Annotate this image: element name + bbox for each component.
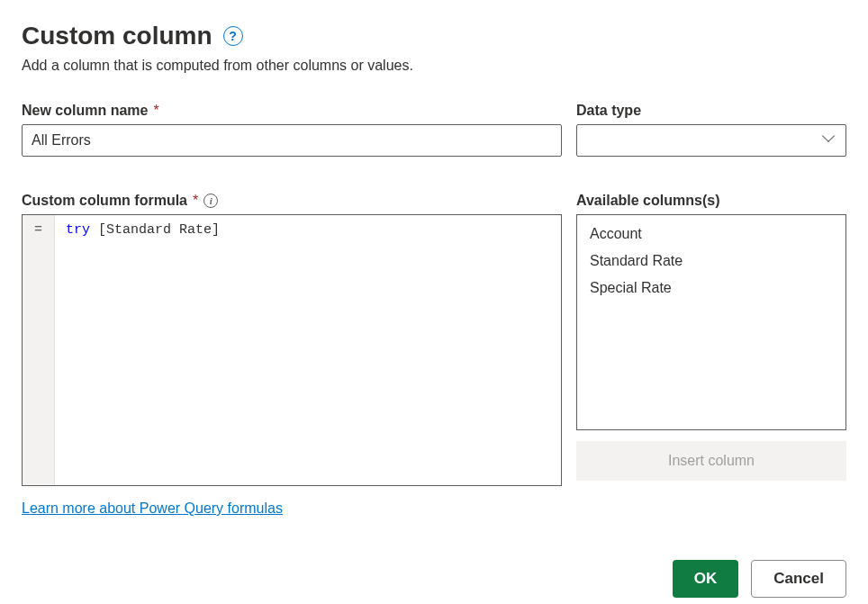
chevron-down-icon [824,134,836,147]
available-columns-section: Available columns(s) Account Standard Ra… [576,193,846,517]
formula-code-area[interactable]: try [Standard Rate] [55,215,561,485]
formula-keyword: try [66,222,90,238]
formula-gutter: = [23,215,55,485]
list-item[interactable]: Account [577,221,845,248]
info-icon[interactable]: i [203,194,218,208]
required-asterisk: * [153,103,158,119]
list-item[interactable]: Standard Rate [577,248,845,275]
cancel-button[interactable]: Cancel [751,560,846,598]
data-type-field: Data type [576,103,846,157]
dialog-title: Custom column [22,22,212,50]
learn-more-link[interactable]: Learn more about Power Query formulas [22,500,283,516]
formula-column-ref: [Standard Rate] [98,222,220,238]
new-column-name-field: New column name * [22,103,562,157]
new-column-name-label: New column name * [22,103,562,119]
data-type-dropdown[interactable] [576,124,846,157]
list-item[interactable]: Special Rate [577,275,845,302]
formula-section: Custom column formula * i = try [Standar… [22,193,562,517]
data-type-label: Data type [576,103,846,119]
new-column-name-input[interactable] [22,124,562,157]
insert-column-button[interactable]: Insert column [576,441,846,481]
help-icon[interactable]: ? [223,26,243,46]
available-columns-label: Available columns(s) [576,193,846,209]
ok-button[interactable]: OK [673,560,739,598]
formula-label: Custom column formula * i [22,193,562,209]
available-columns-list[interactable]: Account Standard Rate Special Rate [576,214,846,430]
formula-editor[interactable]: = try [Standard Rate] [22,214,562,486]
required-asterisk: * [193,193,198,209]
dialog-subtitle: Add a column that is computed from other… [22,58,846,74]
